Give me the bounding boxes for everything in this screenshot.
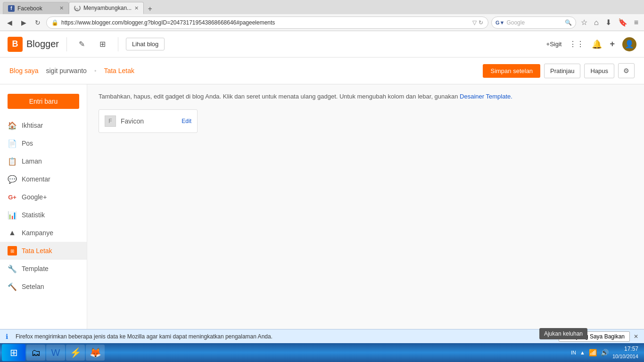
sidebar-item-googleplus[interactable]: G+ Google+ xyxy=(0,188,87,206)
comment-icon: 💬 xyxy=(8,174,17,184)
taskbar-explorer-button[interactable]: 🗂 xyxy=(26,345,45,361)
search-submit-icon[interactable]: 🔍 xyxy=(565,19,572,26)
sigit-link[interactable]: +Sigit xyxy=(546,41,562,48)
favicon-edit-link[interactable]: Edit xyxy=(182,118,191,124)
sidebar-label-pos: Pos xyxy=(22,140,33,147)
layout-icon: ⊞ xyxy=(8,246,17,255)
taskbar-clock: 17:57 10/10/2014 xyxy=(612,345,638,360)
address-bar[interactable]: 🔒 https://www.blogger.com/blogger.g?blog… xyxy=(46,16,488,29)
refresh-small-icon: ↻ xyxy=(479,19,483,26)
sidebar-item-pos[interactable]: 📄 Pos xyxy=(0,134,87,152)
taskbar-network-icon: 📶 xyxy=(589,349,597,356)
info-text: Tambahkan, hapus, edit gadget di blog An… xyxy=(99,93,458,100)
start-button[interactable]: ⊞ xyxy=(2,344,25,361)
sidebar-label-kampanye: Kampanye xyxy=(22,229,53,237)
blog-saya-link[interactable]: Blog saya xyxy=(9,67,38,74)
sidebar-label-setelan: Setelan xyxy=(22,283,44,290)
taskbar-volume-icon[interactable]: 🔊 xyxy=(601,349,609,356)
settings-icon: 🔨 xyxy=(8,282,17,291)
sidebar-item-statistik[interactable]: 📊 Statistik xyxy=(0,206,87,224)
sidebar-item-tata-letak[interactable]: ⊞ Tata Letak xyxy=(0,242,87,260)
taskbar-firefox-button[interactable]: 🦊 xyxy=(86,345,105,361)
search-placeholder: Google xyxy=(506,19,525,26)
forward-button[interactable]: ▶ xyxy=(18,17,29,28)
sidebar-label-tata-letak: Tata Letak xyxy=(22,247,52,255)
tab-menyambungkan[interactable]: ○ Menyambungkan... ✕ xyxy=(69,2,144,14)
taskbar-right: IN ▲ 📶 🔊 17:57 10/10/2014 xyxy=(571,345,642,360)
home-icon[interactable]: ⌂ xyxy=(592,17,601,28)
bottom-info-text: Firefox mengirimkan beberapa jenis data … xyxy=(16,333,272,340)
sidebar-label-statistik: Statistik xyxy=(22,211,45,219)
header-right: +Sigit ⋮⋮ 🔔 + 👤 xyxy=(546,37,636,51)
sidebar-item-laman[interactable]: 📋 Laman xyxy=(0,152,87,170)
tab-label-menyambungkan: Menyambungkan... xyxy=(83,5,132,11)
taskbar: ⊞ 🗂 W ⚡ 🦊 IN ▲ 📶 🔊 17:57 10/10/2014 xyxy=(0,343,644,362)
new-post-button[interactable]: Entri baru xyxy=(8,94,79,109)
blogger-logo-text: Blogger xyxy=(26,39,59,49)
pratinjau-button[interactable]: Pratinjau xyxy=(544,64,580,78)
ajukan-keluhan-tooltip: Ajukan keluhan xyxy=(539,328,587,339)
sidebar-label-komentar: Komentar xyxy=(22,175,50,183)
simpan-button[interactable]: Simpan setelan xyxy=(483,64,540,78)
taskbar-arrow-icon[interactable]: ▲ xyxy=(580,350,585,355)
desainer-template-link[interactable]: Desainer Template. xyxy=(460,93,512,100)
bookmark-list-icon[interactable]: 🔖 xyxy=(616,17,629,28)
favicon-widget-name: Favicon xyxy=(121,117,177,125)
taskbar-word-button[interactable]: W xyxy=(46,345,65,361)
tab-facebook[interactable]: f Facebook ✕ xyxy=(3,2,69,14)
stats-icon: 📊 xyxy=(8,210,17,220)
avatar[interactable]: 👤 xyxy=(622,37,636,51)
main-layout: Entri baru 🏠 Ikhtisar 📄 Pos 📋 Laman 💬 Ko… xyxy=(0,84,644,362)
info-icon: ℹ xyxy=(6,333,8,340)
hapus-button[interactable]: Hapus xyxy=(584,64,614,78)
search-bar[interactable]: G▼ Google 🔍 xyxy=(491,16,576,29)
gear-button[interactable]: ⚙ xyxy=(618,63,635,78)
lock-icon: 🔒 xyxy=(51,19,58,26)
browser-toolbar: ◀ ▶ ↻ 🔒 https://www.blogger.com/blogger.… xyxy=(0,14,644,31)
tab-close-facebook[interactable]: ✕ xyxy=(59,5,64,11)
blogger-logo: B Blogger xyxy=(8,37,59,52)
sidebar-item-komentar[interactable]: 💬 Komentar xyxy=(0,170,87,188)
taskbar-time-value: 17:57 xyxy=(612,345,638,353)
campaign-icon: ▲ xyxy=(8,228,17,238)
header-sep-2 xyxy=(118,37,118,51)
sidebar-item-setelan[interactable]: 🔨 Setelan xyxy=(0,278,87,296)
edit-pencil-button[interactable]: ✎ xyxy=(74,37,90,52)
page-header: Blog saya sigit purwanto • Tata Letak Si… xyxy=(0,58,644,84)
pages-button[interactable]: ⊞ xyxy=(95,37,110,52)
sidebar-item-kampanye[interactable]: ▲ Kampanye xyxy=(0,224,87,242)
sidebar-label-ikhtisar: Ikhtisar xyxy=(22,122,43,129)
favicon-widget-icon: F xyxy=(105,115,116,127)
tab-favicon-menyambungkan: ○ xyxy=(74,5,81,11)
bookmark-star-icon[interactable]: ☆ xyxy=(579,17,589,28)
back-button[interactable]: ◀ xyxy=(4,17,15,28)
header-sep-1 xyxy=(66,37,67,51)
home-icon: 🏠 xyxy=(8,121,17,130)
bell-icon[interactable]: 🔔 xyxy=(592,39,602,49)
plus-button[interactable]: + xyxy=(610,39,615,49)
info-bar: Tambahkan, hapus, edit gadget di blog An… xyxy=(99,92,633,102)
google-search-icon: G▼ xyxy=(495,20,504,25)
sidebar-item-ikhtisar[interactable]: 🏠 Ikhtisar xyxy=(0,116,87,134)
reload-button[interactable]: ↻ xyxy=(32,17,43,28)
menu-icon[interactable]: ≡ xyxy=(632,17,640,28)
lihat-blog-button[interactable]: Lihat blog xyxy=(126,38,165,50)
taskbar-flash-button[interactable]: ⚡ xyxy=(66,345,85,361)
page-header-actions: Simpan setelan Pratinjau Hapus ⚙ xyxy=(483,63,635,78)
sidebar-item-template[interactable]: 🔧 Template xyxy=(0,260,87,278)
reader-icon: ▽ xyxy=(472,19,477,26)
taskbar-date-value: 10/10/2014 xyxy=(612,353,638,360)
sidebar-label-googleplus: Google+ xyxy=(22,193,47,201)
tab-favicon-facebook: f xyxy=(8,5,15,12)
page-icon: 📋 xyxy=(8,156,17,166)
blogger-header: B Blogger ✎ ⊞ Lihat blog +Sigit ⋮⋮ 🔔 + 👤 xyxy=(0,31,644,58)
grid-icon[interactable]: ⋮⋮ xyxy=(569,40,584,49)
close-info-button[interactable]: ✕ xyxy=(634,333,638,340)
new-tab-button[interactable]: + xyxy=(144,4,156,14)
download-icon[interactable]: ⬇ xyxy=(603,17,613,28)
tab-label-facebook: Facebook xyxy=(17,5,42,12)
tab-close-menyambungkan[interactable]: ✕ xyxy=(134,5,139,11)
sidebar: Entri baru 🏠 Ikhtisar 📄 Pos 📋 Laman 💬 Ko… xyxy=(0,84,87,362)
content-area: Tambahkan, hapus, edit gadget di blog An… xyxy=(87,84,644,362)
page-header-sep: • xyxy=(94,67,97,74)
